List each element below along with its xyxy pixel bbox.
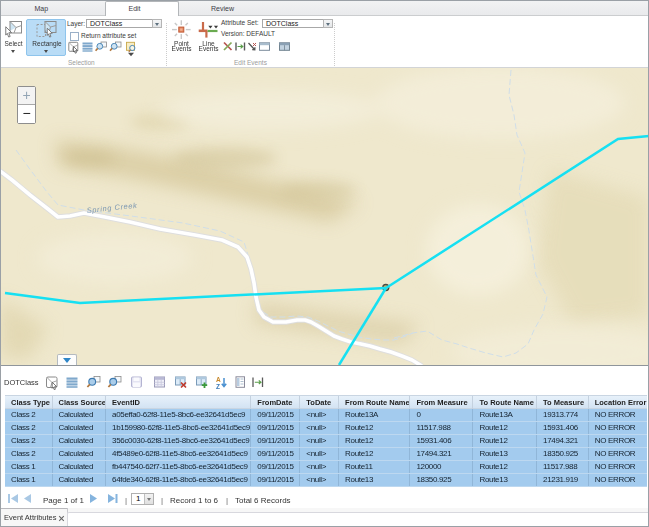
svg-text:Z: Z (216, 383, 220, 390)
